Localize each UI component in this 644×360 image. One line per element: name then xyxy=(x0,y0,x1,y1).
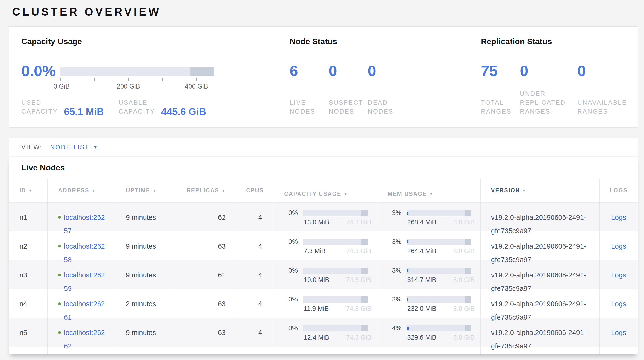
cpus-value: 4 xyxy=(236,260,274,289)
mem-meter xyxy=(406,296,471,303)
sort-arrow-icon: ▼ xyxy=(153,189,157,193)
replicas-value: 63 xyxy=(172,289,236,318)
logs-link[interactable]: Logs xyxy=(611,329,626,336)
version-value: v19.2.0-alpha.20190606-2491-gfe735c9a97 xyxy=(480,231,600,260)
used-capacity-stat: USED CAPACITY 65.1 MiB xyxy=(21,99,104,116)
mem-usage-cell: 3% 314.7 MiB8.0 GiB xyxy=(377,260,480,289)
capacity-meter xyxy=(303,296,368,303)
table-row: n4 localhost:26261 2 minutes 63 4 0% 11.… xyxy=(9,289,638,318)
node-id: n1 xyxy=(9,203,48,231)
usable-capacity-stat: USABLE CAPACITY 445.6 GiB xyxy=(118,99,206,116)
replicas-value: 63 xyxy=(172,231,236,260)
column-header-uptime[interactable]: UPTIME▼ xyxy=(116,178,172,202)
mem-meter xyxy=(406,268,471,274)
capacity-usage-cell: 0% 11.9 MiB74.3 GiB xyxy=(274,289,377,318)
sort-arrow-icon: ▼ xyxy=(429,192,434,196)
mem-usage-cell: 3% 268.4 MiB8.0 GiB xyxy=(377,203,480,231)
chevron-down-icon: ▼ xyxy=(93,145,97,150)
node-id: n2 xyxy=(9,231,48,260)
used-capacity-value: 65.1 MiB xyxy=(64,106,104,117)
address-link[interactable]: localhost:26261 xyxy=(64,297,105,318)
mem-meter xyxy=(406,210,471,216)
view-selected-value[interactable]: NODE LIST xyxy=(50,143,89,151)
capacity-meter xyxy=(303,239,368,245)
axis-label-400gib: 400 GiB xyxy=(185,83,208,90)
table-row: n2 localhost:26258 9 minutes 63 4 0% 7.3… xyxy=(9,231,638,260)
uptime-value: 9 minutes xyxy=(116,318,172,346)
capacity-usage-cell: 0% 13.0 MiB74.3 GiB xyxy=(274,203,377,231)
replicas-value: 61 xyxy=(172,260,236,289)
capacity-usage-cell: 0% 10.0 MiB74.3 GiB xyxy=(274,260,377,289)
node-id: n3 xyxy=(9,260,48,289)
live-nodes-card: Live Nodes ID▼ ADDRESS▼ UPTIME▼ REPLICAS… xyxy=(8,157,638,354)
logs-link[interactable]: Logs xyxy=(611,242,626,250)
axis-label-200gib: 200 GiB xyxy=(117,83,140,90)
table-row: n1 localhost:26257 9 minutes 62 4 0% 13.… xyxy=(9,203,638,231)
unavailable-ranges-stat: 0 UNAVAILABLERANGES xyxy=(578,63,586,116)
version-value: v19.2.0-alpha.20190606-2491-gfe735c9a97 xyxy=(480,203,600,231)
capacity-usage-cell: 0% 7.3 MiB74.3 GiB xyxy=(274,231,377,260)
live-nodes-heading: Live Nodes xyxy=(9,157,638,178)
logs-link[interactable]: Logs xyxy=(611,214,626,221)
column-header-address[interactable]: ADDRESS▼ xyxy=(48,178,116,202)
live-status-dot xyxy=(58,302,61,305)
capacity-meter xyxy=(303,325,368,331)
uptime-value: 9 minutes xyxy=(116,231,172,260)
capacity-meter xyxy=(303,210,368,216)
address-link[interactable]: localhost:26257 xyxy=(64,211,105,231)
replicas-value: 63 xyxy=(172,318,236,346)
under-replicated-ranges-stat: 0 UNDER-REPLICATEDRANGES xyxy=(520,63,528,116)
sort-arrow-icon: ▼ xyxy=(222,189,226,193)
capacity-bar: 0 GiB 200 GiB 400 GiB xyxy=(60,67,214,91)
column-header-cpus: CPUS xyxy=(236,178,274,202)
total-ranges-stat: 75 TOTALRANGES xyxy=(481,63,498,116)
dead-nodes-stat: 0 DEADNODES xyxy=(368,63,376,116)
uptime-value: 9 minutes xyxy=(116,203,172,231)
column-header-mem-usage[interactable]: MEM USAGE▼ xyxy=(377,178,480,202)
column-header-replicas[interactable]: REPLICAS▼ xyxy=(172,178,236,202)
view-selector-dropdown[interactable]: NODE LIST ▼ xyxy=(50,143,97,151)
cpus-value: 4 xyxy=(236,203,274,231)
column-header-version[interactable]: VERSION▼ xyxy=(480,178,600,202)
uptime-value: 9 minutes xyxy=(116,260,172,289)
sort-arrow-icon: ▼ xyxy=(522,189,526,193)
live-nodes-stat: 6 LIVENODES xyxy=(290,63,298,116)
version-value: v19.2.0-alpha.20190606-2491-gfe735c9a97 xyxy=(480,318,600,346)
version-value: v19.2.0-alpha.20190606-2491-gfe735c9a97 xyxy=(480,260,600,289)
replicas-value: 62 xyxy=(172,203,236,231)
uptime-value: 2 minutes xyxy=(116,289,172,318)
page-title: CLUSTER OVERVIEW xyxy=(12,5,161,18)
live-status-dot xyxy=(58,245,61,247)
summary-card: Capacity Usage Node Status Replication S… xyxy=(8,26,638,128)
mem-meter xyxy=(406,325,471,331)
capacity-usage-heading: Capacity Usage xyxy=(21,37,82,46)
node-id: n5 xyxy=(9,318,48,346)
sort-arrow-icon: ▼ xyxy=(92,189,96,193)
table-row-clipped xyxy=(9,346,638,354)
mem-usage-cell: 3% 264.4 MiB8.0 GiB xyxy=(377,231,480,260)
address-link[interactable]: localhost:26262 xyxy=(64,326,105,346)
mem-usage-cell: 4% 329.6 MiB8.0 GiB xyxy=(377,318,480,346)
capacity-axis-ticks xyxy=(60,78,214,82)
replication-status-heading: Replication Status xyxy=(481,37,552,46)
capacity-bar-reserved xyxy=(190,67,214,76)
capacity-usage-cell: 0% 12.4 MiB74.3 GiB xyxy=(274,318,377,346)
live-status-dot xyxy=(58,274,61,276)
table-row: n5 localhost:26262 9 minutes 63 4 0% 12.… xyxy=(9,318,638,346)
capacity-percent: 0.0% xyxy=(21,63,56,79)
logs-link[interactable]: Logs xyxy=(611,300,626,308)
usable-capacity-value: 445.6 GiB xyxy=(161,106,206,117)
address-link[interactable]: localhost:26259 xyxy=(64,268,105,289)
address-link[interactable]: localhost:26258 xyxy=(64,240,105,260)
column-header-id[interactable]: ID▼ xyxy=(9,178,48,202)
sort-arrow-icon: ▼ xyxy=(344,192,348,196)
capacity-bar-track xyxy=(60,67,214,76)
mem-meter xyxy=(406,239,471,245)
table-header-row: ID▼ ADDRESS▼ UPTIME▼ REPLICAS▼ CPUS CAPA… xyxy=(9,178,638,203)
node-status-heading: Node Status xyxy=(290,37,337,46)
capacity-meter xyxy=(303,268,368,274)
column-header-capacity-usage[interactable]: CAPACITY USAGE▼ xyxy=(274,178,377,202)
node-id: n4 xyxy=(9,289,48,318)
column-header-logs: LOGS xyxy=(600,178,638,202)
logs-link[interactable]: Logs xyxy=(611,271,626,279)
